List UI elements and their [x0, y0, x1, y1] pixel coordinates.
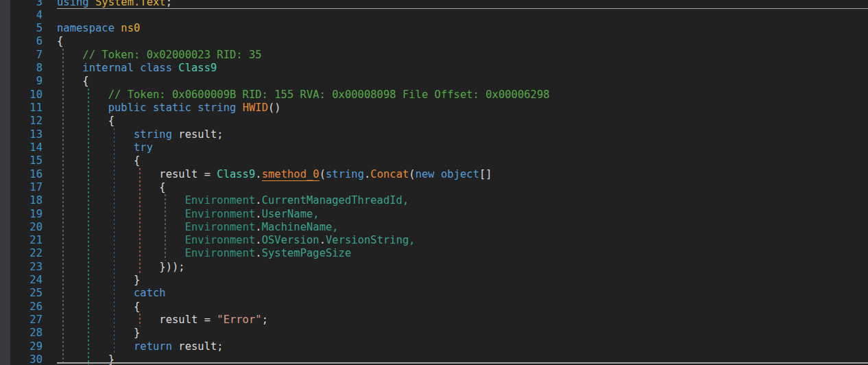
code-text: {: [57, 75, 89, 88]
code-text: {: [57, 301, 140, 314]
code-line[interactable]: 8 internal class Class9: [0, 62, 868, 75]
code-area[interactable]: 3using System.Text;45namespace ns06{7 //…: [0, 0, 868, 365]
line-number[interactable]: 6: [0, 35, 43, 48]
code-line[interactable]: 11 public static string HWID(): [0, 102, 868, 115]
line-number[interactable]: 13: [0, 128, 43, 141]
code-text: Environment.CurrentManagedThreadId,: [57, 194, 409, 207]
line-number[interactable]: 25: [0, 287, 43, 300]
code-text: try: [57, 141, 153, 154]
line-number[interactable]: 18: [0, 194, 43, 207]
code-editor-window: 3using System.Text;45namespace ns06{7 //…: [0, 0, 868, 365]
code-text: // Token: 0x02000023 RID: 35: [57, 49, 262, 62]
line-number[interactable]: 5: [0, 22, 43, 35]
indent-guide: [165, 194, 166, 261]
line-number[interactable]: 7: [0, 49, 43, 62]
line-number[interactable]: 11: [0, 102, 43, 115]
indent-guide: [139, 314, 141, 327]
code-line[interactable]: 13 string result;: [0, 128, 868, 141]
line-number[interactable]: 22: [0, 247, 43, 260]
code-line[interactable]: 10 // Token: 0x0600009B RID: 155 RVA: 0x…: [0, 89, 868, 102]
code-text: Environment.SystemPageSize: [57, 247, 351, 260]
code-line[interactable]: 23 }));: [0, 261, 868, 274]
code-text: {: [57, 115, 114, 128]
code-text: Environment.UserName,: [57, 208, 320, 221]
code-line[interactable]: 15 {: [0, 154, 868, 167]
current-line-border-bottom: [57, 362, 868, 364]
code-line[interactable]: 29 return result;: [0, 340, 868, 353]
code-line[interactable]: 27 result = "Error";: [0, 314, 868, 327]
code-line[interactable]: 22 Environment.SystemPageSize: [0, 247, 868, 260]
code-line[interactable]: 25 catch: [0, 287, 868, 300]
code-line[interactable]: 16 result = Class9.smethod_0(string.Conc…: [0, 168, 868, 181]
code-text: catch: [57, 287, 166, 300]
indent-guide: [62, 49, 64, 365]
line-number[interactable]: 14: [0, 141, 43, 154]
indent-guide: [88, 89, 89, 365]
code-text: // Token: 0x0600009B RID: 155 RVA: 0x000…: [57, 89, 550, 102]
line-number[interactable]: 28: [0, 327, 43, 340]
code-text: result = Class9.smethod_0(string.Concat(…: [57, 168, 492, 181]
code-line[interactable]: 17 {: [0, 181, 868, 194]
code-line[interactable]: 20 Environment.MachineName,: [0, 221, 868, 234]
line-number[interactable]: 23: [0, 261, 43, 274]
code-text: }: [57, 274, 140, 287]
line-number[interactable]: 27: [0, 314, 43, 327]
line-number[interactable]: 17: [0, 181, 43, 194]
current-line-border-top: [57, 8, 868, 10]
code-text: Environment.MachineName,: [57, 221, 339, 234]
line-number[interactable]: 21: [0, 234, 43, 247]
code-line[interactable]: 28 }: [0, 327, 868, 340]
line-number[interactable]: 30: [0, 353, 43, 365]
code-text: string result;: [57, 128, 224, 141]
code-line[interactable]: 7 // Token: 0x02000023 RID: 35: [0, 49, 868, 62]
code-line[interactable]: 14 try: [0, 141, 868, 154]
line-number[interactable]: 15: [0, 154, 43, 167]
code-text: {: [57, 181, 166, 194]
line-number[interactable]: 20: [0, 221, 43, 234]
indent-guide: [114, 128, 115, 353]
line-number[interactable]: 9: [0, 75, 43, 88]
code-line[interactable]: 18 Environment.CurrentManagedThreadId,: [0, 194, 868, 207]
code-text: internal class Class9: [57, 62, 217, 75]
line-number[interactable]: 12: [0, 115, 43, 128]
line-number[interactable]: 8: [0, 62, 43, 75]
line-number[interactable]: 24: [0, 274, 43, 287]
code-line[interactable]: 5namespace ns0: [0, 22, 868, 35]
line-number[interactable]: 19: [0, 208, 43, 221]
code-line[interactable]: 6{: [0, 35, 868, 48]
code-text: }: [57, 327, 140, 340]
indent-guide: [139, 168, 141, 274]
code-text: {: [57, 154, 140, 167]
code-text: }));: [57, 261, 185, 274]
code-line[interactable]: 4: [0, 9, 868, 22]
code-line[interactable]: 26 {: [0, 301, 868, 314]
line-number[interactable]: 4: [0, 9, 43, 22]
code-text: Environment.OSVersion.VersionString,: [57, 234, 415, 247]
code-line[interactable]: 19 Environment.UserName,: [0, 208, 868, 221]
code-line[interactable]: 9 {: [0, 75, 868, 88]
code-text: return result;: [57, 340, 224, 353]
line-number[interactable]: 16: [0, 168, 43, 181]
line-number[interactable]: 26: [0, 301, 43, 314]
line-number[interactable]: 10: [0, 89, 43, 102]
code-text: {: [57, 35, 63, 48]
line-number[interactable]: 29: [0, 340, 43, 353]
code-text: namespace ns0: [57, 22, 140, 35]
line-number[interactable]: 3: [0, 0, 43, 9]
code-line[interactable]: 21 Environment.OSVersion.VersionString,: [0, 234, 868, 247]
code-line[interactable]: 24 }: [0, 274, 868, 287]
code-line[interactable]: 12 {: [0, 115, 868, 128]
code-text: public static string HWID(): [57, 102, 281, 115]
